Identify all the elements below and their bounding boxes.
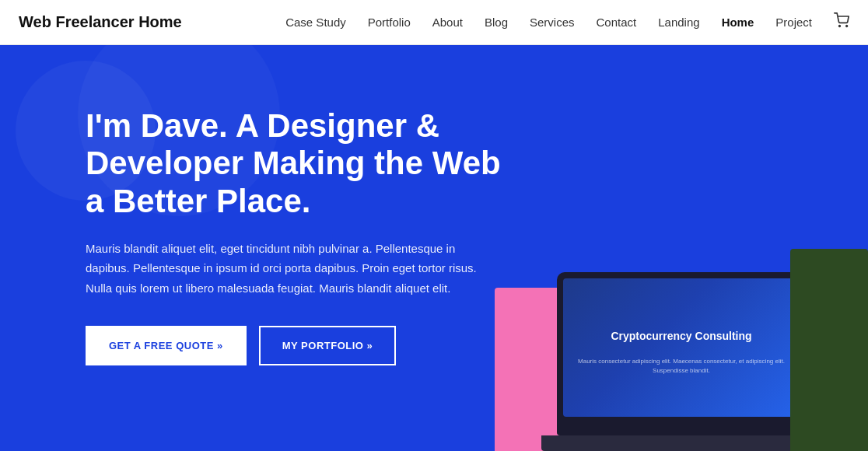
nav-about[interactable]: About xyxy=(432,16,463,29)
hero-title: I'm Dave. A Designer & Developer Making … xyxy=(86,107,521,220)
nav-project[interactable]: Project xyxy=(775,16,812,29)
get-quote-button[interactable]: GET A FREE QUOTE » xyxy=(86,326,247,365)
svg-point-1 xyxy=(846,26,848,27)
laptop-screen-title: Cryptocurrency Consulting xyxy=(569,320,793,354)
nav-portfolio[interactable]: Portfolio xyxy=(368,16,411,29)
hero-buttons: GET A FREE QUOTE » MY PORTFOLIO » xyxy=(86,326,521,365)
nav-landing[interactable]: Landing xyxy=(658,16,699,29)
nav-blog[interactable]: Blog xyxy=(485,16,508,29)
my-portfolio-button[interactable]: MY PORTFOLIO » xyxy=(259,326,397,365)
svg-point-0 xyxy=(839,26,841,27)
laptop-body: Cryptocurrency Consulting Mauris consect… xyxy=(557,272,806,435)
nav-contact[interactable]: Contact xyxy=(597,16,637,29)
nav-home[interactable]: Home xyxy=(722,16,754,29)
nav-services[interactable]: Services xyxy=(530,16,575,29)
dark-green-shape xyxy=(790,249,868,451)
navigation: Case Study Portfolio About Blog Services… xyxy=(285,12,849,32)
nav-case-study[interactable]: Case Study xyxy=(285,16,346,29)
laptop-screen-subtitle: Mauris consectetur adipiscing elit. Maec… xyxy=(569,357,793,376)
laptop-base xyxy=(541,435,821,451)
hero-description: Mauris blandit aliquet elit, eget tincid… xyxy=(86,239,490,299)
header: Web Freelancer Home Case Study Portfolio… xyxy=(0,0,868,45)
logo[interactable]: Web Freelancer Home xyxy=(19,13,182,31)
laptop-screen: Cryptocurrency Consulting Mauris consect… xyxy=(563,278,800,417)
hero-section: I'm Dave. A Designer & Developer Making … xyxy=(0,45,868,451)
cart-icon[interactable] xyxy=(834,12,849,32)
laptop-mockup: Cryptocurrency Consulting Mauris consect… xyxy=(557,264,821,451)
hero-content: I'm Dave. A Designer & Developer Making … xyxy=(86,107,521,365)
